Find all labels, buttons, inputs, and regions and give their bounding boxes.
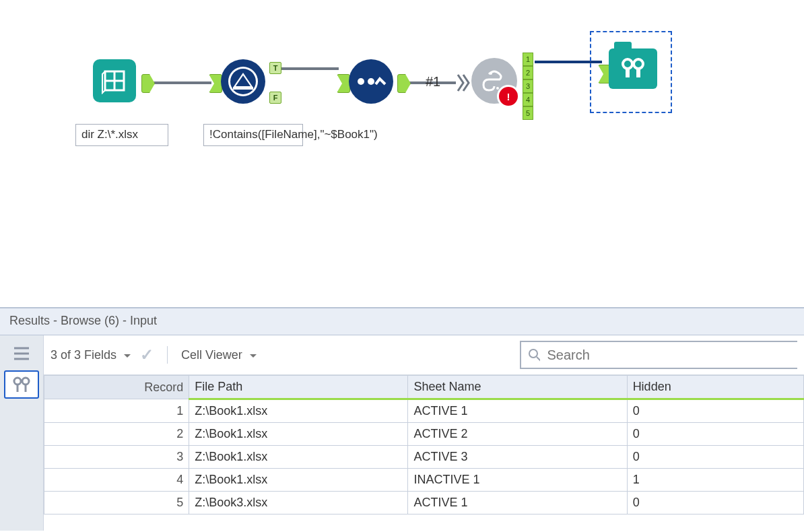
cell-viewer-label: Cell Viewer xyxy=(181,348,242,362)
dynamic-input-anchor[interactable] xyxy=(457,73,470,93)
output-anchor-4[interactable]: 4 xyxy=(523,93,533,106)
cell-hidden: 0 xyxy=(627,423,803,446)
table-row[interactable]: 4Z:\Book1.xlsxINACTIVE 11 xyxy=(44,469,804,492)
tab-messages[interactable] xyxy=(5,341,38,366)
results-panel-title: Results - Browse (6) - Input xyxy=(0,308,804,335)
tool-filter[interactable] xyxy=(221,59,265,104)
svg-point-11 xyxy=(634,59,643,69)
svg-point-7 xyxy=(368,78,374,85)
cell-viewer-dropdown[interactable]: Cell Viewer xyxy=(181,348,257,362)
wire xyxy=(149,81,211,84)
cell-record: 3 xyxy=(44,446,189,469)
input-anchor[interactable] xyxy=(337,74,350,93)
svg-rect-13 xyxy=(636,68,640,77)
svg-point-10 xyxy=(623,59,632,69)
svg-point-22 xyxy=(529,350,537,358)
fields-label: 3 of 3 Fields xyxy=(51,348,116,362)
search-box[interactable] xyxy=(520,341,797,369)
table-row[interactable]: 2Z:\Book1.xlsxACTIVE 20 xyxy=(44,423,804,446)
cell-record: 5 xyxy=(44,492,189,514)
col-hidden[interactable]: Hidden xyxy=(627,376,803,399)
browse-icon xyxy=(609,48,657,89)
svg-point-19 xyxy=(22,378,29,385)
wire xyxy=(279,67,339,70)
results-toolbar: 3 of 3 Fields ✓ Cell Viewer xyxy=(44,335,804,375)
output-port-stack[interactable]: 1 2 3 4 5 xyxy=(523,53,533,120)
tool-python[interactable]: ! xyxy=(471,58,517,104)
output-anchor[interactable] xyxy=(397,74,411,93)
search-icon xyxy=(528,348,540,362)
tool-caption-filter: !Contains([FileName],"~$Book1") xyxy=(203,124,303,146)
fields-dropdown[interactable]: 3 of 3 Fields xyxy=(51,348,131,362)
svg-rect-12 xyxy=(626,68,630,77)
svg-rect-14 xyxy=(631,63,635,65)
tool-caption-directory: dir Z:\*.xlsx xyxy=(75,124,168,146)
svg-point-6 xyxy=(358,78,364,85)
tool-directory[interactable] xyxy=(93,59,136,102)
table-row[interactable]: 3Z:\Book1.xlsxACTIVE 30 xyxy=(44,446,804,469)
cell-record: 4 xyxy=(44,469,189,492)
caret-down-icon xyxy=(124,354,131,361)
col-file-path[interactable]: File Path xyxy=(189,376,408,399)
tool-select[interactable] xyxy=(349,59,393,104)
cell-sheet-name: ACTIVE 1 xyxy=(408,399,627,423)
cell-sheet-name: ACTIVE 3 xyxy=(408,446,627,469)
directory-icon xyxy=(93,59,136,102)
output-anchor-2[interactable]: 2 xyxy=(523,66,533,79)
cell-file-path: Z:\Book1.xlsx xyxy=(189,469,408,492)
cell-file-path: Z:\Book1.xlsx xyxy=(189,446,408,469)
search-input[interactable] xyxy=(545,347,791,364)
col-sheet-name[interactable]: Sheet Name xyxy=(408,376,627,399)
output-anchor[interactable] xyxy=(141,74,155,93)
col-record[interactable]: Record xyxy=(44,376,189,399)
svg-point-18 xyxy=(14,378,21,385)
results-side-tabs xyxy=(0,335,44,531)
cell-hidden: 0 xyxy=(627,399,803,423)
cell-hidden: 0 xyxy=(627,492,803,514)
output-anchor-1[interactable]: 1 xyxy=(523,53,533,66)
select-icon xyxy=(349,59,393,104)
table-row[interactable]: 5Z:\Book3.xlsxACTIVE 10 xyxy=(44,492,804,514)
cell-sheet-name: ACTIVE 2 xyxy=(408,423,627,446)
cell-sheet-name: ACTIVE 1 xyxy=(408,492,627,514)
filter-icon xyxy=(221,59,265,104)
svg-point-8 xyxy=(490,72,492,75)
filter-false-anchor[interactable]: F xyxy=(269,92,281,104)
cell-sheet-name: INACTIVE 1 xyxy=(408,469,627,492)
cell-hidden: 1 xyxy=(627,469,803,492)
filter-true-anchor[interactable]: T xyxy=(269,62,281,74)
error-badge-icon: ! xyxy=(497,85,520,108)
workflow-canvas[interactable]: dir Z:\*.xlsx T F !Contains([FileName],"… xyxy=(0,0,804,308)
cell-record: 1 xyxy=(44,399,189,423)
caret-down-icon xyxy=(250,354,257,361)
results-grid[interactable]: Record File Path Sheet Name Hidden 1Z:\B… xyxy=(44,375,804,514)
output-anchor-5[interactable]: 5 xyxy=(523,106,533,120)
table-row[interactable]: 1Z:\Book1.xlsxACTIVE 10 xyxy=(44,399,804,423)
svg-line-23 xyxy=(537,357,540,361)
cell-file-path: Z:\Book1.xlsx xyxy=(189,423,408,446)
separator xyxy=(167,346,168,364)
cell-hidden: 0 xyxy=(627,446,803,469)
tab-browse[interactable] xyxy=(4,370,39,399)
tool-browse[interactable] xyxy=(609,48,657,89)
cell-file-path: Z:\Book3.xlsx xyxy=(189,492,408,514)
apply-check-icon[interactable]: ✓ xyxy=(140,345,154,364)
output-anchor-3[interactable]: 3 xyxy=(523,79,533,93)
svg-rect-5 xyxy=(233,87,253,90)
cell-file-path: Z:\Book1.xlsx xyxy=(189,399,408,423)
connection-label: #1 xyxy=(426,74,440,90)
cell-record: 2 xyxy=(44,423,189,446)
